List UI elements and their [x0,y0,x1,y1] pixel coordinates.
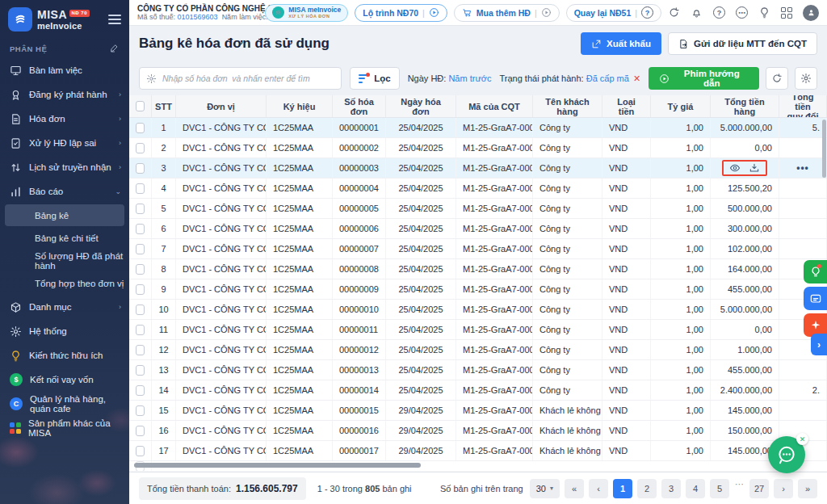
sidebar-item-8[interactable]: Kiến thức hữu ích [0,343,129,368]
page-button-5[interactable]: 5 [710,479,729,498]
table-settings-button[interactable] [795,67,817,90]
table-row[interactable]: 9DVC1 - CÔNG TY CỔ ...1C25MAA0000000925/… [129,279,827,300]
table-row[interactable]: 3DVC1 - CÔNG TY CỔ ...1C25MAA0000000325/… [129,158,827,178]
table-row[interactable]: 17DVC1 - CÔNG TY CỔ ...1C25MAA0000001729… [129,441,827,461]
row-checkbox[interactable] [136,204,145,214]
sidebar-item-7[interactable]: Hệ thống [0,319,129,343]
knowledge-icon[interactable] [758,6,770,19]
sidebar-item-4[interactable]: Lịch sử truyền nhận› [0,155,129,179]
sidebar-item-0[interactable]: Bàn làm việc [0,58,129,82]
table-row[interactable]: 7DVC1 - CÔNG TY CỔ ...1C25MAA0000000725/… [129,239,827,259]
table-row[interactable]: 13DVC1 - CÔNG TY CỔ ...1C25MAA0000001325… [129,360,827,380]
horizontal-scrollbar[interactable] [134,463,421,468]
table-row[interactable]: 1DVC1 - CÔNG TY CỔ ...1C25MAA0000000125/… [129,118,827,138]
table-row[interactable]: 11DVC1 - CÔNG TY CỔ ...1C25MAA0000001125… [129,320,827,340]
product-pill[interactable]: MISA meInvoice XỬ LÝ HÓA ĐƠN [265,4,348,22]
last-page-button[interactable]: » [798,479,817,498]
select-all-checkbox[interactable] [136,101,145,111]
next-page-button[interactable]: › [774,479,793,498]
buy-more-invoices-button[interactable]: Mua thêm HĐ| [454,4,560,22]
table-row[interactable]: 16DVC1 - CÔNG TY CỔ ...1C25MAA0000001629… [129,421,827,441]
chevron-icon: › [119,139,121,147]
table-row[interactable]: 8DVC1 - CÔNG TY CỔ ...1C25MAA0000000825/… [129,259,827,279]
sidebar-item-3[interactable]: Xử lý HĐ lập sai› [0,131,129,155]
user-avatar[interactable] [803,5,819,21]
page-button-3[interactable]: 3 [661,479,681,498]
table-row[interactable]: 15DVC1 - CÔNG TY CỔ ...1C25MAA0000001529… [129,401,827,421]
table-row[interactable]: 14DVC1 - CÔNG TY CỔ ...1C25MAA0000001425… [129,380,827,401]
more-options-icon[interactable]: ⋯ [736,6,748,19]
row-checkbox[interactable] [136,224,145,234]
collapse-panel-button[interactable]: › [811,334,827,355]
table-row[interactable]: 4DVC1 - CÔNG TY CỔ ...1C25MAA0000000425/… [129,178,827,199]
row-checkbox[interactable] [136,264,145,275]
refresh-button[interactable] [766,67,788,90]
view-invoice-icon[interactable] [729,162,741,174]
feedback-floating-button[interactable] [804,287,827,310]
chat-close-icon[interactable]: ✕ [796,433,808,445]
prev-page-button[interactable]: ‹ [589,479,608,498]
row-checkbox[interactable] [136,284,145,295]
row-checkbox[interactable] [136,244,145,254]
row-checkbox[interactable] [136,123,145,133]
sidebar-item-1[interactable]: Đăng ký phát hành› [0,82,129,107]
roadmap-nd70-button[interactable]: Lộ trình NĐ70| [355,4,447,22]
filter-icon [359,74,369,83]
edit-icon[interactable] [110,44,120,53]
more-actions-icon[interactable]: ••• [796,162,809,174]
filter-button[interactable]: Lọc [350,67,399,90]
row-checkbox[interactable] [136,345,145,355]
table-row[interactable]: 12DVC1 - CÔNG TY CỔ ...1C25MAA0000001225… [129,340,827,360]
apps-grid-icon[interactable] [781,7,792,19]
sidebar-subitem-3[interactable]: Tổng hợp theo đơn vị [5,272,124,294]
row-checkbox[interactable] [136,405,145,416]
row-checkbox[interactable] [136,426,145,436]
send-mtt-button[interactable]: Gửi dữ liệu MTT đến CQT [668,32,817,55]
help-icon[interactable]: ? [713,6,725,19]
remove-status-filter-icon[interactable]: ✕ [633,74,640,83]
export-button[interactable]: Xuất khẩu [581,32,661,55]
sidebar-item-10[interactable]: CQuản lý nhà hàng, quán cafe [0,392,129,416]
guide-video-button[interactable]: Phim hướng dẫn [649,67,759,90]
vertical-scrollbar[interactable] [822,120,826,178]
date-filter[interactable]: Ngày HĐ: Năm trước [408,74,492,83]
row-checkbox[interactable] [136,325,145,335]
row-checkbox[interactable] [136,143,145,153]
page-button-1[interactable]: 1 [613,479,632,498]
status-filter[interactable]: Trạng thái phát hành: Đã cấp mã ✕ [499,74,640,84]
sidebar-subitem-0[interactable]: Bảng kê [5,204,124,226]
table-row[interactable]: 2DVC1 - CÔNG TY CỔ ...1C25MAA0000000225/… [129,138,827,158]
row-checkbox[interactable] [136,183,145,194]
notifications-bell-icon[interactable] [691,6,703,19]
row-checkbox[interactable] [136,163,145,174]
sidebar-item-5[interactable]: Báo cáo⌄ [0,179,129,204]
tips-floating-button[interactable] [804,260,827,284]
tax-code[interactable]: 0101569603 [178,13,218,21]
page-button-4[interactable]: 4 [686,479,705,498]
row-checkbox[interactable] [136,446,145,456]
sidebar-subitem-1[interactable]: Bảng kê chi tiết [5,227,124,249]
sidebar-item-2[interactable]: Hóa đơn› [0,107,129,131]
row-checkbox[interactable] [136,304,145,315]
sidebar-item-6[interactable]: Danh mục› [0,295,129,319]
sidebar-subitem-2[interactable]: Số lượng HĐ đã phát hành [5,250,124,271]
row-checkbox[interactable] [136,365,145,376]
download-invoice-icon[interactable] [749,162,760,174]
page-button-27[interactable]: 27 [749,479,769,498]
page-size-select[interactable]: 30▾ [530,479,560,498]
table-row[interactable]: 5DVC1 - CÔNG TY CỔ ...1C25MAA0000000525/… [129,199,827,219]
back-to-nd51-button[interactable]: Quay lại NĐ51| ? [566,4,661,22]
table-row[interactable]: 10DVC1 - CÔNG TY CỔ ...1C25MAA0000001025… [129,300,827,320]
row-checkbox[interactable] [136,385,145,396]
table-row[interactable]: 6DVC1 - CÔNG TY CỔ ...1C25MAA0000000625/… [129,219,827,239]
search-input[interactable] [162,74,334,83]
first-page-button[interactable]: « [565,479,584,498]
search-settings-icon[interactable] [146,74,157,84]
sidebar-item-9[interactable]: $Kết nối vay vốn [0,368,129,392]
chat-support-button[interactable]: ✕ [768,436,805,473]
sync-icon[interactable] [668,6,680,19]
sidebar-item-11[interactable]: Sản phẩm khác của MISA [0,416,129,440]
hamburger-menu-icon[interactable] [108,12,121,27]
page-button-2[interactable]: 2 [637,479,657,498]
invoice-search-input[interactable] [139,67,342,90]
